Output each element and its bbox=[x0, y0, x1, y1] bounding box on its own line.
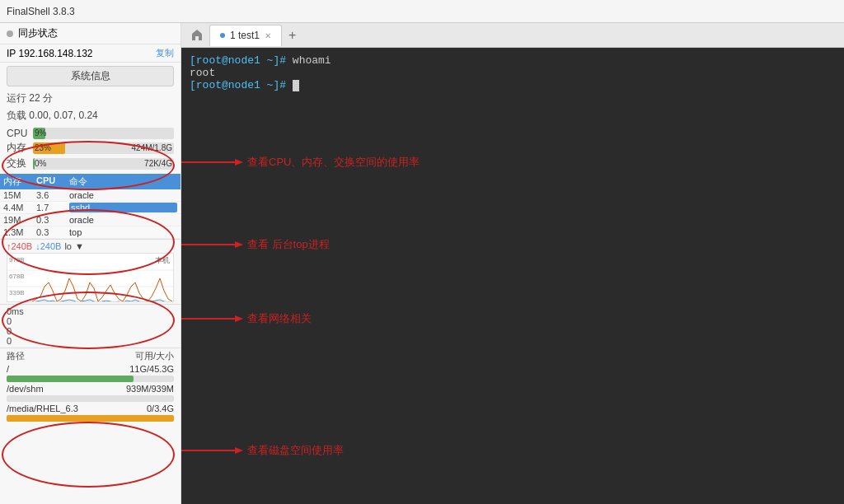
disk-avail: 11G/45.3G bbox=[108, 364, 174, 374]
title-bar: FinalShell 3.8.3 bbox=[0, 0, 844, 23]
proc-mem: 19M bbox=[3, 215, 36, 225]
net-interface: lo bbox=[64, 241, 72, 251]
disk-path: / bbox=[7, 364, 108, 374]
disk-path: /dev/shm bbox=[7, 384, 108, 394]
swap-bar: 0% 72K/4G bbox=[33, 158, 174, 170]
proc-cmd: top bbox=[69, 227, 177, 237]
cpu-label: CPU bbox=[7, 128, 30, 139]
proc-cmd: oracle bbox=[69, 190, 177, 200]
app-title: FinalShell 3.8.3 bbox=[7, 6, 75, 17]
sys-info-button[interactable]: 系统信息 bbox=[7, 66, 174, 86]
copy-button[interactable]: 复制 bbox=[156, 47, 174, 59]
proc-mem: 4.4M bbox=[3, 203, 36, 212]
table-row: 19M 0.3 oracle bbox=[0, 214, 181, 226]
tab-bar: 1 test1 ✕ + bbox=[181, 23, 844, 48]
load-avg-label: 负载 0.00, 0.07, 0.24 bbox=[0, 107, 181, 124]
mem-bar: 23% 424M/1.8G bbox=[33, 142, 174, 154]
disk-section: 路径 可用/大小 / 11G/45.3G /dev/shm 939M/939M … bbox=[0, 348, 181, 423]
svg-text:979B: 979B bbox=[9, 256, 25, 264]
list-item: /dev/shm 939M/939M bbox=[7, 384, 174, 402]
table-row: 15M 3.6 oracle bbox=[0, 189, 181, 202]
latency-val-1: 0 bbox=[7, 316, 12, 326]
ip-row: IP 192.168.148.132 复制 bbox=[0, 44, 181, 63]
swap-label: 交换 bbox=[7, 156, 30, 170]
terminal-cursor bbox=[293, 80, 299, 91]
proc-header-cpu: CPU bbox=[36, 175, 69, 188]
net-header: ↑240B ↓240B lo ▼ bbox=[7, 241, 174, 251]
disk-bar-fill bbox=[7, 415, 174, 422]
svg-rect-0 bbox=[7, 254, 174, 302]
list-item: / 11G/45.3G bbox=[7, 364, 174, 382]
latency-section: 0ms 0 0 0 bbox=[0, 304, 181, 348]
disk-avail-header: 可用/大小 bbox=[135, 350, 174, 362]
latency-val-3: 0 bbox=[7, 336, 12, 346]
latency-ms: 0ms bbox=[7, 306, 24, 316]
mem-used: 424M/1.8G bbox=[132, 142, 172, 154]
process-header: 内存 CPU 命令 bbox=[0, 174, 181, 189]
proc-cpu: 3.6 bbox=[36, 190, 69, 200]
prompt-1: [root@node1 ~]# bbox=[190, 54, 286, 67]
disk-path-header: 路径 bbox=[7, 350, 25, 362]
mem-label: 内存 bbox=[7, 141, 30, 155]
sync-dot bbox=[7, 30, 13, 37]
cmd-1: whoami bbox=[293, 54, 331, 67]
latency-header-row: 0ms bbox=[7, 306, 174, 316]
mem-pct: 23% bbox=[35, 142, 51, 154]
terminal-panel: 1 test1 ✕ + [root@node1 ~]# whoami root … bbox=[181, 23, 844, 504]
net-chart: 979B 678B 339B 本机 bbox=[7, 253, 174, 302]
sync-status-label: 同步状态 bbox=[18, 26, 58, 40]
proc-cpu: 0.3 bbox=[36, 215, 69, 225]
disk-bar-fill bbox=[7, 376, 134, 382]
disk-bar bbox=[7, 376, 174, 382]
disk-bar bbox=[7, 415, 174, 422]
disk-row: /dev/shm 939M/939M bbox=[7, 384, 174, 394]
list-item: /media/RHEL_6.3 0/3.4G bbox=[7, 404, 174, 422]
add-tab-button[interactable]: + bbox=[282, 25, 302, 46]
disk-rows: / 11G/45.3G /dev/shm 939M/939M /media/RH… bbox=[7, 364, 174, 422]
latency-row-2: 0 bbox=[7, 326, 174, 336]
process-table: 内存 CPU 命令 15M 3.6 oracle 4.4M 1.7 sshd 1… bbox=[0, 174, 181, 239]
net-chart-svg: 979B 678B 339B bbox=[7, 254, 174, 302]
terminal-content[interactable]: [root@node1 ~]# whoami root [root@node1 … bbox=[181, 48, 844, 504]
process-rows: 15M 3.6 oracle 4.4M 1.7 sshd 19M 0.3 ora… bbox=[0, 189, 181, 239]
latency-val-2: 0 bbox=[7, 326, 12, 336]
cpu-bar: 9% bbox=[33, 128, 174, 139]
tab-close-icon[interactable]: ✕ bbox=[265, 31, 271, 40]
net-right-label: 本机 bbox=[155, 255, 170, 266]
runtime-label: 运行 22 分 bbox=[0, 90, 181, 107]
proc-cpu: 0.3 bbox=[36, 227, 69, 237]
disk-avail: 939M/939M bbox=[108, 384, 174, 394]
home-icon[interactable] bbox=[185, 29, 209, 42]
proc-mem: 15M bbox=[3, 190, 36, 200]
net-dropdown-icon[interactable]: ▼ bbox=[75, 241, 84, 251]
table-row: 1.3M 0.3 top bbox=[0, 226, 181, 239]
tab-test1[interactable]: 1 test1 ✕ bbox=[209, 25, 282, 46]
mem-row: 内存 23% 424M/1.8G bbox=[7, 141, 174, 155]
disk-path: /media/RHEL_6.3 bbox=[7, 404, 108, 413]
latency-row-3: 0 bbox=[7, 336, 174, 346]
sync-status-row: 同步状态 bbox=[0, 23, 181, 44]
tab-active-dot bbox=[220, 33, 225, 38]
disk-row: /media/RHEL_6.3 0/3.4G bbox=[7, 404, 174, 413]
proc-cpu: 1.7 bbox=[36, 203, 69, 212]
output-1: root bbox=[190, 67, 215, 79]
table-row: 4.4M 1.7 sshd bbox=[0, 202, 181, 214]
net-upload: ↑240B bbox=[7, 241, 32, 251]
sidebar: 同步状态 IP 192.168.148.132 复制 系统信息 运行 22 分 … bbox=[0, 23, 181, 504]
ip-address: IP 192.168.148.132 bbox=[7, 48, 93, 59]
latency-row-1: 0 bbox=[7, 316, 174, 326]
terminal-line-1: [root@node1 ~]# whoami bbox=[190, 54, 836, 67]
terminal-output-1: root bbox=[190, 67, 836, 79]
prompt-2: [root@node1 ~]# bbox=[190, 79, 286, 91]
disk-row: / 11G/45.3G bbox=[7, 364, 174, 374]
disk-header: 路径 可用/大小 bbox=[7, 350, 174, 362]
svg-text:678B: 678B bbox=[9, 273, 25, 280]
proc-header-mem: 内存 bbox=[3, 175, 36, 188]
cpu-pct: 9% bbox=[35, 128, 46, 139]
cpu-section: CPU 9% 内存 23% 424M/1.8G 交换 bbox=[0, 124, 181, 174]
proc-cmd: sshd bbox=[69, 203, 177, 212]
network-section: ↑240B ↓240B lo ▼ 979B 678B 339B bbox=[0, 239, 181, 304]
disk-bar bbox=[7, 395, 174, 402]
terminal-line-2: [root@node1 ~]# bbox=[190, 79, 836, 91]
swap-row: 交换 0% 72K/4G bbox=[7, 156, 174, 170]
